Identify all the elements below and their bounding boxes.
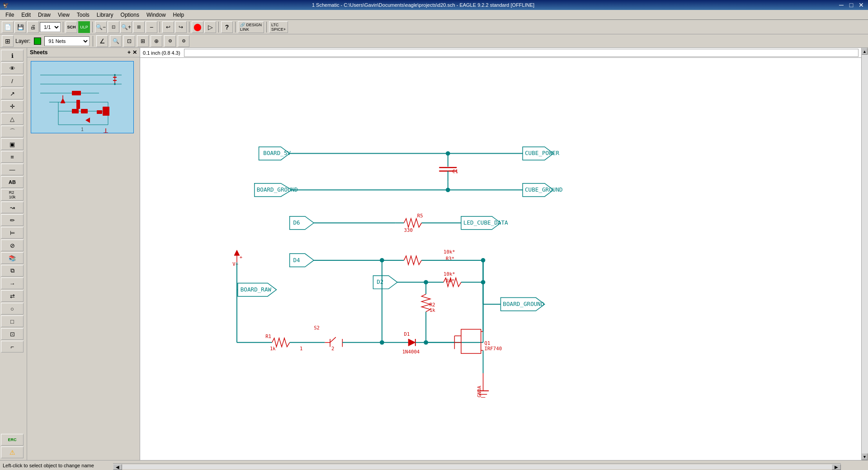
svg-text:330: 330 <box>404 227 413 233</box>
save-button[interactable]: 💾 <box>14 21 26 33</box>
copy-tool[interactable]: ⧉ <box>1 265 24 277</box>
ratsnest[interactable]: ⊞ <box>137 35 149 47</box>
zoom-sel-button[interactable]: ⊞ <box>133 21 145 33</box>
layer-label: Layer: <box>15 38 30 44</box>
grid-toggle[interactable]: ⊞ <box>2 35 14 47</box>
canvas-header: 0.1 inch (0.8 4.3) <box>140 48 861 58</box>
svg-text:10k*: 10k* <box>443 271 455 277</box>
net-tool[interactable]: ⊘ <box>1 240 24 251</box>
maximize-button[interactable]: □ <box>847 1 855 9</box>
redo-button[interactable]: ↪ <box>175 21 187 33</box>
warning-icon: ⚠ <box>1 446 24 458</box>
expand-tool[interactable]: ⇄ <box>1 290 24 302</box>
menu-help[interactable]: Help <box>170 11 188 19</box>
zoom-in-button[interactable]: 🔍+ <box>120 21 132 33</box>
svg-point-23 <box>114 74 116 76</box>
svg-text:R3*: R3* <box>446 256 454 262</box>
stop-button[interactable]: ⬤ <box>192 21 203 33</box>
erc-button[interactable]: ERC <box>1 434 24 446</box>
svg-marker-101 <box>408 339 415 346</box>
zoom-fit-button[interactable]: ⊡ <box>108 21 119 33</box>
title-bar: 🦅 1 Schematic - C:\Users\Gavin\Documents… <box>0 0 868 10</box>
route-tool[interactable]: ↝ <box>1 202 24 213</box>
page-selector[interactable]: 1/1 <box>40 22 61 32</box>
pencil-tool[interactable]: ✏ <box>1 214 24 226</box>
corner-tool[interactable]: ⌐ <box>1 341 24 352</box>
svg-rect-11 <box>76 100 80 109</box>
minus-tool[interactable]: — <box>1 164 24 175</box>
minimize-button[interactable]: ─ <box>837 1 845 9</box>
svg-line-97 <box>330 337 336 343</box>
canvas-area[interactable]: 0.1 inch (0.8 4.3) BOARD_5V <box>140 48 861 460</box>
diag-tool[interactable]: ⊡ <box>1 328 24 340</box>
svg-rect-9 <box>72 109 79 113</box>
svg-text:D1: D1 <box>404 331 410 337</box>
magnify[interactable]: 🔍 <box>110 35 122 47</box>
arrow-tool[interactable]: → <box>1 277 24 289</box>
layers-btn[interactable]: ≡ <box>1 151 24 163</box>
layer-select[interactable]: 91 Nets <box>44 36 90 46</box>
zoom-out-button[interactable]: 🔍− <box>95 21 107 33</box>
rect-tool[interactable]: □ <box>1 315 24 327</box>
menu-library[interactable]: Library <box>93 11 117 19</box>
draw-wire[interactable]: ∠ <box>96 35 108 47</box>
drc[interactable]: ⚙ <box>164 35 176 47</box>
arc-tool[interactable]: ⌒ <box>1 126 24 137</box>
triangle-tool[interactable]: △ <box>1 113 24 125</box>
ulp-button[interactable]: ULP <box>78 21 90 33</box>
zoom-minus-button[interactable]: − <box>146 21 157 33</box>
svg-text:IRF740: IRF740 <box>485 346 502 352</box>
print-button[interactable]: 🖨 <box>27 21 39 33</box>
svg-rect-13 <box>103 107 109 116</box>
group-tool[interactable]: ▣ <box>1 138 24 150</box>
schematic-canvas[interactable]: BOARD_5V CUBE_POWER C1 <box>140 58 861 460</box>
lib-tool[interactable]: 📚 <box>1 252 24 264</box>
layer-toolbar: ⊞ Layer: 91 Nets ∠ 🔍 ⊡ ⊞ ⊕ ⚙ ⚙ <box>0 34 868 48</box>
text-tool[interactable]: AB <box>1 176 24 188</box>
design-link-button[interactable]: 🔗 DESIGNLINK <box>238 21 264 33</box>
svg-marker-15 <box>61 99 65 103</box>
window-title: 1 Schematic - C:\Users\Gavin\Documents\e… <box>9 2 837 8</box>
svg-text:BOARD_GROUND: BOARD_GROUND <box>257 186 298 193</box>
board-ground-1-label: BOARD_GROUND <box>255 183 298 197</box>
menu-options[interactable]: Options <box>117 11 143 19</box>
layer-color-box <box>34 38 41 45</box>
sheets-expand[interactable]: + <box>127 49 131 56</box>
menu-draw[interactable]: Draw <box>34 11 54 19</box>
svg-rect-108 <box>461 329 481 353</box>
menu-edit[interactable]: Edit <box>18 11 34 19</box>
sheets-close[interactable]: ✕ <box>132 49 137 56</box>
udr[interactable]: ⚙ <box>178 35 189 47</box>
pcb-view[interactable]: ⊡ <box>123 35 135 47</box>
ltc-spice-button[interactable]: LTCSPICE+ <box>269 21 288 33</box>
sheet-thumbnail[interactable]: 1 <box>31 61 134 133</box>
export-button[interactable]: SCH <box>66 21 77 33</box>
look-tool[interactable]: 👁 <box>1 62 24 74</box>
menu-view[interactable]: View <box>54 11 73 19</box>
move-tool[interactable]: ✛ <box>1 100 24 112</box>
run-button[interactable]: ▷ <box>204 21 216 33</box>
svg-text:1k: 1k <box>270 346 276 352</box>
svg-text:BOARD_5V: BOARD_5V <box>263 150 291 156</box>
new-button[interactable]: 📄 <box>2 21 14 33</box>
status-message: Left-click to select object to change na… <box>3 463 94 468</box>
circle-tool[interactable]: ○ <box>1 303 24 315</box>
undo-button[interactable]: ↩ <box>162 21 174 33</box>
close-button[interactable]: ✕ <box>857 1 865 9</box>
command-input[interactable] <box>184 49 859 57</box>
value-tool[interactable]: R210k <box>1 189 24 201</box>
draw-arrow[interactable]: ↗ <box>1 88 24 99</box>
sheets-header: Sheets + ✕ <box>27 48 140 57</box>
draw-line[interactable]: / <box>1 75 24 87</box>
info-tool[interactable]: ℹ <box>1 50 24 61</box>
cube-ground-label: CUBE_GROUND <box>523 183 562 197</box>
menu-file[interactable]: File <box>2 11 18 19</box>
menu-tools[interactable]: Tools <box>73 11 93 19</box>
bus-tool[interactable]: ⊨ <box>1 227 24 239</box>
main-area: ℹ 👁 / ↗ ✛ △ ⌒ ▣ ≡ — AB R210k ↝ ✏ ⊨ ⊘ 📚 ⧉… <box>0 48 868 460</box>
menu-bar: File Edit Draw View Tools Library Option… <box>0 10 868 20</box>
help-button[interactable]: ? <box>221 21 233 33</box>
add-connect[interactable]: ⊕ <box>151 35 162 47</box>
menu-window[interactable]: Window <box>143 11 170 19</box>
vertical-scrollbar[interactable]: ▲ ▼ <box>861 48 868 460</box>
